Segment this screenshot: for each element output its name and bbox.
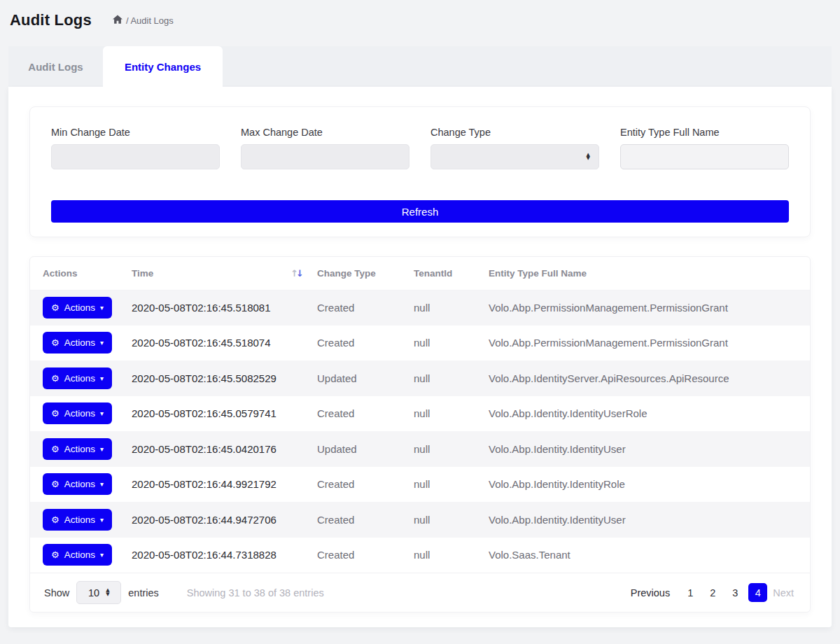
max-change-date-input[interactable] bbox=[241, 144, 410, 169]
entity-type-full-name-label: Entity Type Full Name bbox=[620, 127, 789, 138]
actions-button[interactable]: ⚙Actions▾ bbox=[43, 438, 112, 460]
main-panel: Min Change Date Max Change Date Change T… bbox=[8, 87, 832, 627]
entity-changes-table-card: Actions Time ↑↓ Change Type TenantId Ent… bbox=[29, 256, 811, 612]
change-type-cell: Updated bbox=[317, 431, 414, 467]
gear-icon: ⚙ bbox=[51, 408, 59, 419]
min-change-date-label: Min Change Date bbox=[51, 127, 220, 138]
refresh-button[interactable]: Refresh bbox=[51, 200, 789, 223]
tab-audit-logs-label: Audit Logs bbox=[28, 61, 83, 73]
tenant-id-cell: null bbox=[414, 431, 489, 467]
entity-type-full-name-input[interactable] bbox=[620, 144, 789, 169]
entity-type-cell: Volo.Abp.Identity.IdentityUser bbox=[489, 502, 810, 538]
table-row: ⚙Actions▾ 2020-05-08T02:16:45.518081 Cre… bbox=[30, 290, 810, 326]
filter-entity-type-full-name: Entity Type Full Name bbox=[620, 127, 789, 169]
pagination-page-4[interactable]: 4 bbox=[748, 583, 767, 602]
home-icon[interactable] bbox=[113, 15, 126, 26]
breadcrumb: / Audit Logs bbox=[113, 15, 174, 26]
min-change-date-input[interactable] bbox=[51, 144, 220, 169]
select-arrows-icon: ▲▼ bbox=[106, 589, 109, 596]
actions-button[interactable]: ⚙Actions▾ bbox=[43, 368, 112, 389]
filter-card: Min Change Date Max Change Date Change T… bbox=[29, 106, 811, 237]
pagination-next[interactable]: Next bbox=[771, 584, 796, 602]
page-header: Audit Logs / Audit Logs bbox=[0, 0, 840, 41]
table-row: ⚙Actions▾ 2020-05-08T02:16:45.0579741 Cr… bbox=[30, 396, 810, 432]
entity-type-cell: Volo.Abp.Identity.IdentityRole bbox=[489, 467, 810, 503]
gear-icon: ⚙ bbox=[51, 479, 59, 489]
change-type-cell: Created bbox=[317, 538, 414, 573]
actions-button[interactable]: ⚙Actions▾ bbox=[43, 332, 112, 354]
change-type-cell: Created bbox=[317, 396, 414, 432]
entries-summary: Showing 31 to 38 of 38 entries bbox=[187, 587, 324, 598]
caret-down-icon: ▾ bbox=[100, 551, 104, 559]
change-type-cell: Created bbox=[317, 502, 414, 538]
time-cell: 2020-05-08T02:16:45.5082529 bbox=[132, 360, 317, 396]
page-size-select[interactable]: 10 ▲▼ bbox=[76, 581, 121, 604]
filter-grid: Min Change Date Max Change Date Change T… bbox=[51, 127, 789, 169]
table-footer: Show 10 ▲▼ entries Showing 31 to 38 of 3… bbox=[30, 573, 810, 612]
tenant-id-cell: null bbox=[414, 502, 489, 538]
gear-icon: ⚙ bbox=[51, 444, 59, 454]
change-type-select[interactable]: ▲▼ bbox=[430, 144, 599, 169]
breadcrumb-path: / Audit Logs bbox=[126, 15, 174, 26]
col-header-time-label: Time bbox=[132, 268, 153, 279]
caret-down-icon: ▾ bbox=[100, 304, 104, 312]
gear-icon: ⚙ bbox=[51, 550, 59, 560]
entries-label: entries bbox=[128, 587, 159, 598]
tab-entity-changes[interactable]: Entity Changes bbox=[103, 46, 223, 87]
actions-button[interactable]: ⚙Actions▾ bbox=[43, 509, 112, 531]
col-header-change-type: Change Type bbox=[317, 257, 414, 290]
col-header-time[interactable]: Time ↑↓ bbox=[132, 257, 317, 290]
time-cell: 2020-05-08T02:16:45.0420176 bbox=[132, 431, 317, 467]
time-cell: 2020-05-08T02:16:45.0579741 bbox=[132, 396, 317, 432]
caret-down-icon: ▾ bbox=[100, 339, 104, 346]
pagination: Previous 1 2 3 4 Next bbox=[629, 583, 796, 602]
actions-button[interactable]: ⚙Actions▾ bbox=[43, 402, 112, 424]
entity-type-cell: Volo.Saas.Tenant bbox=[489, 538, 810, 573]
col-header-actions: Actions bbox=[30, 257, 132, 290]
actions-button[interactable]: ⚙Actions▾ bbox=[43, 544, 112, 566]
col-header-entity-type: Entity Type Full Name bbox=[489, 257, 810, 290]
caret-down-icon: ▾ bbox=[100, 374, 104, 382]
gear-icon: ⚙ bbox=[51, 514, 59, 525]
pagination-page-2[interactable]: 2 bbox=[704, 584, 722, 602]
change-type-cell: Updated bbox=[317, 360, 414, 396]
pagination-page-1[interactable]: 1 bbox=[681, 584, 699, 602]
filter-change-type: Change Type ▲▼ bbox=[430, 127, 599, 169]
table-row: ⚙Actions▾ 2020-05-08T02:16:44.7318828 Cr… bbox=[30, 538, 810, 573]
select-arrows-icon: ▲▼ bbox=[587, 153, 590, 161]
table-row: ⚙Actions▾ 2020-05-08T02:16:44.9472706 Cr… bbox=[30, 502, 810, 538]
entity-type-cell: Volo.Abp.IdentityServer.ApiResources.Api… bbox=[489, 360, 810, 396]
actions-button[interactable]: ⚙Actions▾ bbox=[43, 473, 112, 495]
table-row: ⚙Actions▾ 2020-05-08T02:16:45.518074 Cre… bbox=[30, 326, 810, 361]
tab-entity-changes-label: Entity Changes bbox=[125, 61, 201, 73]
entity-changes-table: Actions Time ↑↓ Change Type TenantId Ent… bbox=[30, 257, 810, 573]
page-title: Audit Logs bbox=[10, 11, 92, 29]
actions-button[interactable]: ⚙Actions▾ bbox=[43, 297, 112, 318]
time-cell: 2020-05-08T02:16:44.9472706 bbox=[132, 502, 317, 538]
pagination-previous[interactable]: Previous bbox=[629, 584, 672, 602]
entity-type-cell: Volo.Abp.Identity.IdentityUserRole bbox=[489, 396, 810, 432]
col-header-tenant-id: TenantId bbox=[414, 257, 489, 290]
change-type-cell: Created bbox=[317, 290, 414, 326]
time-cell: 2020-05-08T02:16:44.9921792 bbox=[132, 467, 317, 503]
time-cell: 2020-05-08T02:16:44.7318828 bbox=[132, 538, 317, 573]
table-header-row: Actions Time ↑↓ Change Type TenantId Ent… bbox=[30, 257, 810, 290]
page-size-value: 10 bbox=[88, 587, 99, 598]
caret-down-icon: ▾ bbox=[100, 445, 104, 453]
page-size-group: Show 10 ▲▼ entries bbox=[44, 581, 159, 604]
entity-type-cell: Volo.Abp.Identity.IdentityUser bbox=[489, 431, 810, 467]
gear-icon: ⚙ bbox=[51, 373, 59, 384]
table-row: ⚙Actions▾ 2020-05-08T02:16:44.9921792 Cr… bbox=[30, 467, 810, 503]
change-type-cell: Created bbox=[317, 467, 414, 503]
table-row: ⚙Actions▾ 2020-05-08T02:16:45.5082529 Up… bbox=[30, 360, 810, 396]
time-cell: 2020-05-08T02:16:45.518081 bbox=[132, 290, 317, 326]
tenant-id-cell: null bbox=[414, 538, 489, 573]
filter-max-change-date: Max Change Date bbox=[241, 127, 410, 169]
pagination-page-3[interactable]: 3 bbox=[726, 584, 744, 602]
show-label: Show bbox=[44, 587, 69, 598]
max-change-date-label: Max Change Date bbox=[241, 127, 410, 138]
time-cell: 2020-05-08T02:16:45.518074 bbox=[132, 326, 317, 361]
sort-icon[interactable]: ↑↓ bbox=[290, 268, 302, 279]
tab-audit-logs[interactable]: Audit Logs bbox=[8, 46, 103, 87]
filter-min-change-date: Min Change Date bbox=[51, 127, 220, 169]
